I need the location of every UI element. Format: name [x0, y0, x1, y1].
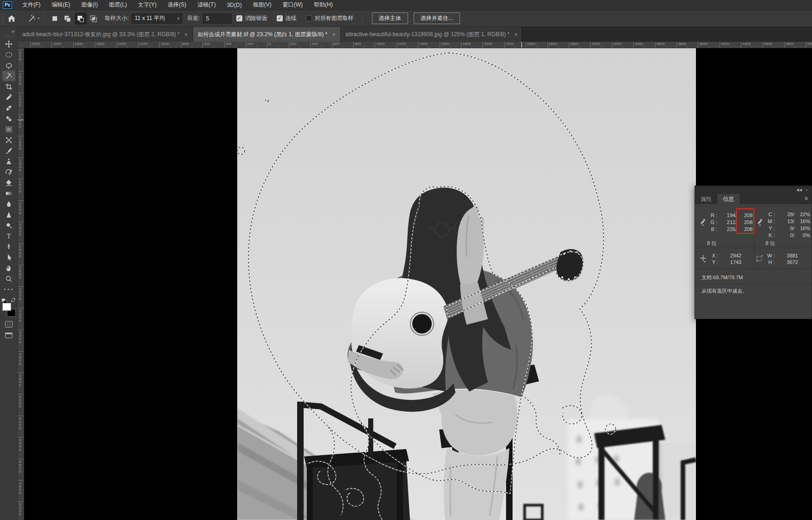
- sample-size-select[interactable]: 11 x 11 平均 ▾: [131, 13, 182, 24]
- ruler-tick: [30, 42, 31, 48]
- checkbox-icon[interactable]: ✓: [236, 15, 242, 21]
- document-tab-3[interactable]: attractive-beautiful-beauty-1319908.jpg …: [341, 27, 522, 42]
- ruler-tick: [741, 42, 741, 48]
- home-icon[interactable]: [5, 12, 19, 25]
- magic-wand-preset-icon[interactable]: ▾: [26, 12, 40, 25]
- document-tab-2-active[interactable]: 如何合成月亮素材.tif @ 23.2% (黑白 1, 图层蒙版/8) * ×: [193, 27, 341, 42]
- menu-file[interactable]: 文件(F): [17, 0, 46, 10]
- content-aware-move-tool[interactable]: [2, 135, 15, 145]
- dodge-tool[interactable]: [2, 220, 15, 231]
- more-tools[interactable]: • • •: [2, 284, 15, 295]
- lasso-tool[interactable]: [2, 60, 15, 71]
- close-panel-icon[interactable]: ×: [806, 188, 808, 192]
- contiguous-checkbox[interactable]: ✓ 连续: [277, 14, 297, 22]
- switch-colors-icon[interactable]: [11, 297, 16, 303]
- actual-color-eyedropper-icon[interactable]: [757, 218, 763, 226]
- ruler-label: 1 8 0 0: [19, 159, 21, 172]
- canvas-pasteboard[interactable]: [24, 48, 812, 520]
- quick-mask-icon[interactable]: [2, 319, 15, 330]
- ruler-label: 0: [268, 42, 270, 46]
- document-tab-1[interactable]: adult-beach-blur-371312-恢复的.jpg @ 33.3% …: [18, 27, 193, 42]
- ruler-label: 2800: [570, 42, 578, 46]
- gradient-tool[interactable]: [2, 188, 15, 199]
- ruler-vertical[interactable]: 8 0 01 0 0 01 2 0 01 4 0 01 6 0 01 8 0 0…: [18, 48, 24, 520]
- toolbar-grip[interactable]: [4, 35, 13, 38]
- clone-stamp-tool[interactable]: [2, 156, 15, 167]
- tools-panel: » T • • •: [0, 27, 18, 520]
- eyedropper-tool[interactable]: [2, 92, 15, 103]
- options-grip[interactable]: [1, 13, 5, 24]
- ruler-label: 2400: [527, 42, 535, 46]
- menu-3d[interactable]: 3D(D): [221, 0, 247, 10]
- anti-alias-checkbox[interactable]: ✓ 消除锯齿: [236, 14, 267, 22]
- spot-healing-brush-tool[interactable]: [2, 103, 15, 113]
- path-select-tool[interactable]: [2, 252, 15, 263]
- crop-tool[interactable]: [2, 81, 15, 92]
- intersect-selection-mode-icon[interactable]: [88, 13, 100, 25]
- close-icon[interactable]: ×: [184, 31, 188, 38]
- ruler-tick: [547, 42, 548, 48]
- move-tool[interactable]: [2, 39, 15, 49]
- zoom-tool[interactable]: [2, 273, 15, 284]
- ruler-horizontal[interactable]: 2200200018001600140012001000800600400200…: [18, 42, 812, 48]
- close-icon[interactable]: ×: [332, 31, 336, 38]
- menu-window[interactable]: 窗口(W): [277, 0, 308, 10]
- select-and-mask-button[interactable]: 选择并遮住...: [414, 13, 460, 24]
- sample-all-layers-checkbox[interactable]: 对所有图层取样: [306, 14, 354, 22]
- blur-tool[interactable]: [2, 199, 15, 209]
- tab-properties[interactable]: 属性: [695, 194, 717, 204]
- menu-view[interactable]: 视图(V): [247, 0, 277, 10]
- menu-help[interactable]: 帮助(H): [308, 0, 338, 10]
- toolbar-expand-icon[interactable]: »: [12, 27, 14, 35]
- new-selection-mode-icon[interactable]: [49, 13, 61, 25]
- subtract-from-selection-mode-icon[interactable]: [75, 13, 87, 25]
- info-row-y-coord: Y :1743: [708, 259, 741, 265]
- ruler-tick: [170, 46, 171, 48]
- close-icon[interactable]: ×: [514, 31, 518, 38]
- sharpen-tool[interactable]: [2, 209, 15, 220]
- ruler-tick: [784, 42, 785, 48]
- panel-menu-icon[interactable]: ≡: [805, 195, 808, 202]
- add-to-selection-mode-icon[interactable]: [62, 13, 74, 25]
- ruler-tick: [149, 46, 149, 48]
- ruler-tick: [536, 46, 537, 48]
- type-tool[interactable]: T: [2, 231, 15, 241]
- ruler-tick: [267, 42, 267, 48]
- foreground-color-swatch[interactable]: [2, 303, 11, 311]
- elliptical-marquee-tool[interactable]: [2, 49, 15, 60]
- menu-layer[interactable]: 图层(L): [104, 0, 133, 10]
- tolerance-label: 容差:: [187, 14, 200, 22]
- sample-size-label: 取样大小:: [105, 14, 129, 22]
- ruler-label: 2 4 0 0: [19, 223, 21, 236]
- select-subject-button[interactable]: 选择主体: [372, 13, 408, 24]
- menu-type[interactable]: 文字(Y): [132, 0, 162, 10]
- menu-edit[interactable]: 编辑(E): [46, 0, 76, 10]
- ruler-label: 3 6 0 0: [19, 353, 21, 366]
- eraser-tool[interactable]: [2, 177, 15, 188]
- ruler-label: 2 8 0 0: [19, 266, 21, 279]
- ruler-tick: [590, 42, 591, 48]
- healing-brush-tool[interactable]: [2, 113, 15, 124]
- checkbox-icon[interactable]: ✓: [277, 15, 283, 21]
- collapse-panel-icon[interactable]: ◀◀: [796, 188, 802, 192]
- ruler-tick: [364, 46, 364, 48]
- tolerance-input[interactable]: [203, 13, 232, 24]
- checkbox-icon[interactable]: [306, 15, 312, 21]
- pattern-stamp-tool[interactable]: [2, 124, 15, 135]
- menu-filter[interactable]: 滤镜(T): [192, 0, 221, 10]
- photoshop-logo-icon[interactable]: Ps: [3, 1, 12, 9]
- brush-tool[interactable]: [2, 145, 15, 156]
- chevron-down-icon[interactable]: ▾: [38, 16, 39, 20]
- menu-image[interactable]: 图像(I): [76, 0, 103, 10]
- pen-tool[interactable]: [2, 241, 15, 252]
- ruler-tick: [795, 46, 795, 48]
- photo-canvas[interactable]: [237, 48, 696, 520]
- screen-mode-icon[interactable]: [2, 330, 15, 341]
- tab-info[interactable]: 信息: [717, 194, 740, 204]
- menu-select[interactable]: 选择(S): [162, 0, 192, 10]
- magic-wand-tool[interactable]: [2, 71, 15, 81]
- ruler-tick: [644, 46, 644, 48]
- actual-color-eyedropper-icon[interactable]: [700, 218, 706, 226]
- hand-tool[interactable]: [2, 263, 15, 273]
- history-brush-tool[interactable]: [2, 167, 15, 177]
